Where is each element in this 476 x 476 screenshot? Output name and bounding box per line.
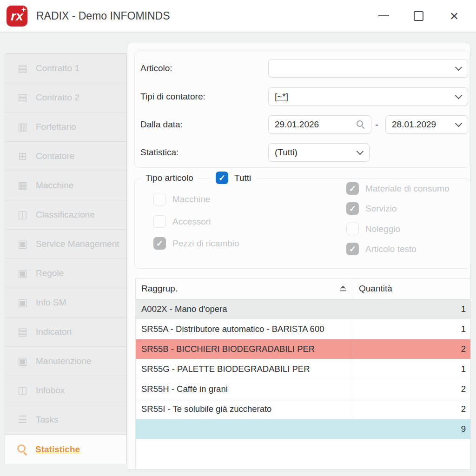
row-qty-cell: 2 (353, 339, 470, 359)
pezzi-di-ricambio-label: Pezzi di ricambio (172, 238, 239, 249)
sidebar-item-label: Contratto 2 (36, 93, 79, 103)
sidebar-item-label: Statistiche (35, 444, 80, 455)
statistica-value: (Tutti) (275, 147, 298, 158)
column-header-label: Raggrup. (141, 284, 178, 294)
sidebar-item-label: Contatore (36, 151, 74, 161)
sidebar-item-forfettario[interactable]: ▥ Forfettario (5, 112, 126, 142)
sidebar-item-manutenzione[interactable]: ▣ Manutenzione (5, 347, 126, 376)
sidebar-item-contratto-2[interactable]: ▤ Contratto 2 (5, 83, 126, 112)
articolo-testo-label: Articolo testo (365, 244, 416, 254)
sidebar-item-classificazione[interactable]: ◫ Classificazione (5, 200, 126, 230)
sidebar-item-indicatori[interactable]: ▤ Indicatori (5, 317, 126, 347)
sidebar-item-regole[interactable]: ▣ Regole (5, 259, 126, 288)
row-name-cell: SR55I - Te solubile già zuccherato (136, 399, 353, 419)
minimize-button[interactable] (371, 0, 396, 32)
sidebar-item-info-sm[interactable]: ▣ Info SM (5, 288, 126, 317)
tipi-contatore-value: [~*] (275, 92, 288, 102)
sort-ascending-icon[interactable] (338, 285, 348, 292)
row-name-cell (136, 419, 353, 439)
tipi-contatore-label: Tipi di contatore: (140, 87, 205, 106)
articolo-testo-checkbox[interactable] (346, 243, 359, 255)
statistica-label: Statistica: (140, 143, 178, 162)
sidebar-item-label: Regole (36, 268, 64, 278)
filter-card: Articolo: Tipi di contatore: [~*] Dalla … (134, 51, 470, 168)
row-name-cell: SR55B - BICCHIERI BIODEGRADABILI PER (136, 339, 353, 359)
chevron-down-icon (455, 92, 463, 99)
servizio-label: Servizio (365, 204, 397, 214)
macchine-checkbox[interactable] (153, 193, 166, 205)
dalla-data-label: Dalla data: (140, 115, 183, 134)
table-row[interactable]: SR55G - PALETTE BIODEGRADABILI PER 1 (136, 359, 470, 379)
accessori-checkbox-row: Accessori (153, 215, 211, 228)
row-qty-cell: 1 (353, 319, 470, 339)
accessori-label: Accessori (172, 217, 211, 227)
magnifier-icon (16, 443, 28, 456)
column-header-quantita[interactable]: Quantità (353, 278, 470, 299)
sidebar-item-infobox[interactable]: ◫ Infobox (5, 376, 126, 405)
articolo-label: Articolo: (140, 59, 172, 78)
app-logo: rx + (7, 6, 27, 26)
date-to-value: 28.01.2029 (392, 119, 436, 130)
sidebar-item-label: Infobox (36, 385, 65, 396)
tutti-checkbox[interactable] (216, 172, 228, 184)
servizio-checkbox-row: Servizio (346, 202, 397, 215)
machines-icon: ▦ (16, 179, 29, 192)
date-from-field[interactable]: 29.01.2026 (268, 115, 371, 134)
noleggio-checkbox-row: Noleggio (346, 223, 400, 235)
minimize-icon (378, 15, 389, 16)
pezzi-di-ricambio-checkbox[interactable] (153, 237, 166, 250)
maximize-button[interactable] (406, 0, 430, 32)
logo-plus-icon: + (21, 5, 26, 14)
noleggio-label: Noleggio (365, 224, 400, 234)
close-button[interactable]: × (442, 0, 466, 32)
counter-grid-icon: ⊞ (16, 150, 29, 162)
macchine-checkbox-row: Macchine (153, 193, 210, 205)
sidebar-item-label: Manutenzione (36, 356, 91, 366)
sidebar-item-macchine[interactable]: ▦ Macchine (5, 171, 126, 200)
briefcase-icon: ▣ (16, 238, 29, 250)
briefcase-icon: ▣ (16, 297, 29, 309)
table-total-row[interactable]: 9 (136, 419, 470, 439)
tasks-list-icon: ☰ (16, 414, 29, 426)
row-qty-cell: 1 (353, 299, 470, 319)
date-to-combobox[interactable]: 28.01.2029 (385, 115, 468, 134)
briefcase-icon: ▣ (16, 267, 29, 279)
sidebar-item-contatore[interactable]: ⊞ Contatore (5, 142, 126, 171)
tipi-contatore-combobox[interactable]: [~*] (268, 87, 468, 106)
sidebar-item-label: Macchine (36, 180, 73, 191)
articolo-combobox[interactable] (268, 59, 468, 78)
indicators-icon: ▤ (16, 326, 29, 338)
pezzi-di-ricambio-checkbox-row: Pezzi di ricambio (153, 237, 239, 250)
sidebar-item-service-management[interactable]: ▣ Service Management (5, 230, 126, 259)
date-from-value: 29.01.2026 (275, 119, 319, 130)
tipo-articolo-legend: Tipo articolo (141, 173, 198, 183)
table-row[interactable]: SR55A - Distributore automatico - BARIST… (136, 319, 470, 339)
sidebar-item-label: Classificazione (36, 210, 95, 220)
window-title: RADIX - Demo INFOMINDS (36, 0, 170, 32)
main-panel: Articolo: Tipi di contatore: [~*] Dalla … (127, 43, 471, 469)
row-name-cell: SR55A - Distributore automatico - BARIST… (136, 319, 353, 339)
search-icon (356, 120, 365, 129)
sidebar-item-contratto-1[interactable]: ▤ Contratto 1 (5, 54, 126, 83)
statistica-combobox[interactable]: (Tutti) (268, 143, 370, 162)
noleggio-checkbox[interactable] (346, 223, 359, 235)
table-row[interactable]: SR55I - Te solubile già zuccherato 2 (136, 399, 470, 419)
materiale-di-consumo-checkbox-row: Materiale di consumo (346, 182, 450, 195)
infobox-icon: ◫ (16, 384, 29, 397)
table-row[interactable]: A002X - Mano d'opera 1 (136, 299, 470, 319)
sidebar-item-statistiche[interactable]: Statistiche (5, 435, 126, 464)
macchine-label: Macchine (172, 194, 210, 205)
row-qty-cell: 2 (353, 379, 470, 399)
column-header-raggrup[interactable]: Raggrup. (136, 278, 353, 299)
table-row[interactable]: SR55B - BICCHIERI BIODEGRADABILI PER 2 (136, 339, 470, 359)
servizio-checkbox[interactable] (346, 202, 359, 215)
materiale-di-consumo-checkbox[interactable] (346, 182, 359, 195)
date-range-separator: - (375, 115, 378, 134)
chevron-down-icon (455, 64, 463, 71)
contract-icon: ▤ (16, 62, 29, 74)
document-icon: ▥ (16, 121, 29, 133)
table-row[interactable]: SR55H - Caffè in grani 2 (136, 379, 470, 399)
tipo-articolo-groupbox: Tipo articolo Tutti Macchine Accessori P… (134, 178, 471, 269)
sidebar-item-tasks[interactable]: ☰ Tasks (5, 405, 126, 435)
accessori-checkbox[interactable] (153, 215, 166, 228)
